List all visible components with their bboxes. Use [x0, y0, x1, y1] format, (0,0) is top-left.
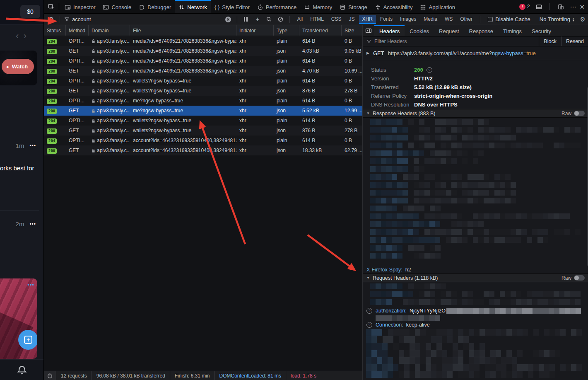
clear-requests-button[interactable] [46, 16, 55, 22]
request-row[interactable]: 204 OPTI... apiv3.fansly.c... account?id… [44, 136, 362, 145]
help-icon[interactable]: ? [366, 308, 372, 314]
tab-accessibility[interactable]: Accessibility [371, 0, 417, 13]
help-icon[interactable]: ? [427, 67, 432, 73]
type-filter-button[interactable]: XHR [359, 15, 376, 24]
request-row[interactable]: 200 GET apiv3.fansly.c... media?ids=6740… [44, 66, 362, 76]
tab-application[interactable]: Application [416, 0, 459, 13]
chevron-left-icon[interactable]: ‹ [16, 32, 19, 40]
column-file[interactable]: File [130, 25, 236, 36]
tab-storage[interactable]: Storage [336, 0, 371, 13]
block-request-button[interactable] [276, 16, 285, 22]
close-devtools-button[interactable]: ✕ [579, 4, 585, 10]
type-cell: plain [274, 78, 299, 84]
post-menu-icon[interactable]: ••• [29, 143, 36, 149]
split-console-button[interactable] [533, 4, 545, 10]
meatball-menu-button[interactable]: ⋯ [570, 4, 576, 10]
help-icon[interactable]: ? [366, 322, 372, 328]
resend-button[interactable]: Resend [561, 36, 588, 46]
request-url-row[interactable]: ▶ GET https://apiv3.fansly.com/api/v1/ac… [363, 46, 588, 60]
tab-style-editor[interactable]: { } Style Editor [211, 0, 253, 13]
domcontentloaded-time[interactable]: DOMContentLoaded: 81 ms [215, 371, 286, 380]
tab-cookies[interactable]: Cookies [405, 25, 434, 36]
toggle-panel-button[interactable] [363, 25, 374, 36]
tab-timings[interactable]: Timings [498, 25, 527, 36]
load-time[interactable]: load: 1.78 s [286, 371, 321, 380]
watch-button[interactable]: ● Watch [2, 59, 34, 74]
header-name-link[interactable]: Connection: [376, 322, 403, 328]
request-row[interactable]: 200 GET apiv3.fansly.c... wallets?ngsw-b… [44, 126, 362, 136]
new-request-button[interactable]: + [253, 16, 262, 23]
tab-inspector[interactable]: Inspector [61, 0, 99, 13]
tab-console[interactable]: Console [99, 0, 135, 13]
balance-button[interactable]: $0 [20, 5, 40, 18]
block-button[interactable]: Block [539, 36, 561, 46]
response-headers-section[interactable]: ▼ Response Headers (883 B) Raw [363, 109, 588, 118]
column-domain[interactable]: Domain [89, 25, 130, 36]
devtools: Inspector Console Debugger Network { } S… [43, 0, 588, 380]
chevron-right-icon[interactable]: › [24, 32, 27, 40]
collapse-caret-icon[interactable]: ▼ [366, 111, 370, 115]
column-method[interactable]: Method [66, 25, 89, 36]
type-filter-button[interactable]: CSS [328, 15, 345, 24]
expand-caret-icon[interactable]: ▶ [366, 51, 369, 55]
request-row[interactable]: 204 OPTI... apiv3.fansly.c... wallets?ng… [44, 76, 362, 86]
column-initiator[interactable]: Initiator [236, 25, 274, 36]
request-row[interactable]: 200 GET apiv3.fansly.c... wallets?ngsw-b… [44, 86, 362, 96]
tab-request[interactable]: Request [434, 25, 464, 36]
tab-network[interactable]: Network [175, 0, 211, 13]
domain-cell: apiv3.fansly.c... [89, 128, 130, 133]
column-type[interactable]: Type [274, 25, 299, 36]
pick-element-button[interactable] [46, 0, 57, 13]
request-row[interactable]: 204 OPTI... apiv3.fansly.c... wallets?ng… [44, 116, 362, 126]
type-filter-button[interactable]: Images [397, 15, 419, 24]
request-row[interactable]: 200 GET apiv3.fansly.c... me?ngsw-bypass… [44, 106, 362, 116]
clear-filter-button[interactable] [224, 16, 233, 23]
request-row[interactable]: 204 OPTI... apiv3.fansly.c... media?ids=… [44, 36, 362, 46]
type-filter-button[interactable]: Fonts [377, 15, 396, 24]
live-dot-icon: ● [6, 65, 9, 69]
header-name-link[interactable]: authorization: [376, 308, 407, 314]
type-filter-button[interactable]: WS [441, 15, 456, 24]
request-row[interactable]: 200 GET apiv3.fansly.c... account?ids=46… [44, 145, 362, 155]
error-badge-icon[interactable]: ! [519, 4, 525, 10]
column-transferred[interactable]: Transferred [299, 25, 342, 36]
throttling-dropdown[interactable]: No Throttling ▴▾ [536, 16, 578, 22]
post-menu-icon[interactable]: ••• [29, 221, 36, 227]
raw-toggle[interactable] [574, 275, 585, 281]
network-settings-gear-icon[interactable]: ⚙ [580, 16, 586, 22]
disable-cache-checkbox[interactable]: Disable Cache [484, 16, 534, 22]
type-filter-button[interactable]: JS [346, 15, 358, 24]
stream-card[interactable]: ● Watch [0, 51, 37, 85]
performance-analysis-button[interactable] [44, 371, 56, 380]
filter-headers-input[interactable]: Filter Headers [374, 39, 407, 44]
type-filter-button[interactable]: Media [420, 15, 441, 24]
request-row[interactable]: 204 OPTI... apiv3.fansly.c... me?ngsw-by… [44, 96, 362, 106]
type-filter-button[interactable]: All [294, 15, 306, 24]
request-filter-input[interactable]: account [64, 16, 221, 22]
tab-performance[interactable]: Performance [253, 0, 300, 13]
type-filter-button[interactable]: HTML [307, 15, 327, 24]
toolbox-tabbar: Inspector Console Debugger Network { } S… [44, 0, 588, 14]
collapse-caret-icon[interactable]: ▼ [366, 276, 370, 280]
tab-headers[interactable]: Headers [374, 25, 405, 36]
tab-debugger[interactable]: Debugger [135, 0, 175, 13]
notifications-bell-icon[interactable] [17, 365, 27, 375]
media-card[interactable]: ••• + [0, 278, 37, 359]
request-headers-section[interactable]: ▼ Request Headers (1.118 kB) Raw [363, 274, 588, 282]
column-status[interactable]: Status [44, 25, 66, 36]
padlock-icon [92, 119, 95, 123]
method-cell: OPTI... [66, 138, 89, 143]
card-menu-icon[interactable]: ••• [27, 282, 34, 288]
column-size[interactable]: Size [342, 25, 362, 36]
tab-security[interactable]: Security [527, 25, 556, 36]
type-filter-button[interactable]: Other [457, 15, 476, 24]
responsive-mode-button[interactable] [555, 4, 566, 10]
request-row[interactable]: 200 GET apiv3.fansly.c... media?ids=6740… [44, 46, 362, 56]
add-media-button[interactable]: + [18, 330, 37, 350]
request-row[interactable]: 204 OPTI... apiv3.fansly.c... media?ids=… [44, 56, 362, 66]
tab-response[interactable]: Response [464, 25, 499, 36]
search-button[interactable] [265, 16, 274, 22]
raw-toggle[interactable] [574, 111, 585, 116]
tab-memory[interactable]: Memory [300, 0, 336, 13]
pause-recording-button[interactable] [241, 17, 251, 22]
